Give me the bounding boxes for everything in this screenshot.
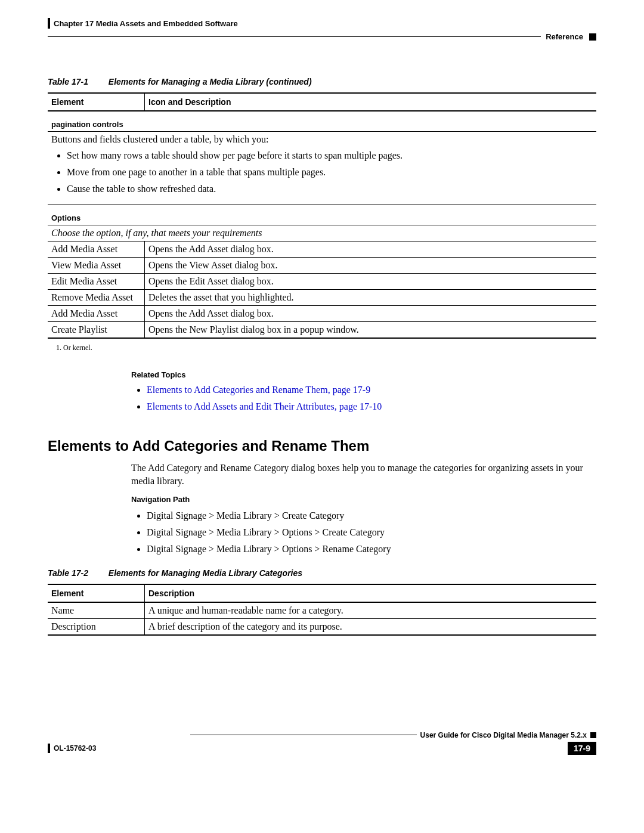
list-item: Elements to Add Assets and Edit Their At… bbox=[147, 400, 596, 414]
page-header: Chapter 17 Media Assets and Embedded Sof… bbox=[48, 18, 596, 29]
section-label: Reference bbox=[546, 32, 583, 41]
element-cell: Create Playlist bbox=[48, 322, 145, 339]
nav-path-list: Digital Signage > Media Library > Create… bbox=[131, 509, 596, 556]
page-footer: User Guide for Cisco Digital Media Manag… bbox=[48, 731, 596, 755]
table-row: Remove Media AssetDeletes the asset that… bbox=[48, 290, 596, 306]
section2-body: The Add Category and Rename Category dia… bbox=[131, 462, 596, 556]
element-cell: Name bbox=[48, 602, 145, 619]
table-row: Create PlaylistOpens the New Playlist di… bbox=[48, 322, 596, 339]
options-section-label: Options bbox=[48, 205, 596, 225]
footer-doc-id: OL-15762-03 bbox=[54, 744, 96, 753]
table1-header-element: Element bbox=[48, 93, 145, 111]
list-item: Cause the table to show refreshed data. bbox=[67, 182, 593, 196]
footer-line bbox=[190, 735, 417, 735]
table2-caption: Table 17-2 Elements for Managing Media L… bbox=[48, 568, 596, 578]
element-cell: Remove Media Asset bbox=[48, 290, 145, 306]
table2-header-element: Element bbox=[48, 584, 145, 602]
table-row: Add Media AssetOpens the Add Asset dialo… bbox=[48, 241, 596, 258]
footer-square-icon bbox=[590, 732, 596, 738]
pagination-list: Set how many rows a table should show pe… bbox=[51, 148, 593, 196]
element-cell: Add Media Asset bbox=[48, 241, 145, 258]
table1-header-desc: Icon and Description bbox=[145, 93, 597, 111]
table1-caption-label: Table 17-1 bbox=[48, 77, 88, 86]
footer-bottom: OL-15762-03 17-9 bbox=[48, 742, 596, 755]
footer-left: OL-15762-03 bbox=[48, 744, 96, 753]
chapter-title: Chapter 17 Media Assets and Embedded Sof… bbox=[54, 19, 238, 28]
desc-cell: Opens the Add Asset dialog box. bbox=[145, 306, 597, 322]
related-list: Elements to Add Categories and Rename Th… bbox=[131, 383, 596, 414]
table1-caption-title: Elements for Managing a Media Library (c… bbox=[109, 77, 312, 86]
table1-caption: Table 17-1 Elements for Managing a Media… bbox=[48, 77, 596, 86]
section2-intro: The Add Category and Rename Category dia… bbox=[131, 462, 596, 488]
related-label: Related Topics bbox=[131, 370, 596, 379]
desc-cell: A brief description of the category and … bbox=[145, 618, 597, 635]
table-row: View Media AssetOpens the View Asset dia… bbox=[48, 258, 596, 274]
list-item: Digital Signage > Media Library > Create… bbox=[147, 509, 596, 523]
related-link[interactable]: Elements to Add Assets and Edit Their At… bbox=[147, 401, 382, 411]
table-row: DescriptionA brief description of the ca… bbox=[48, 618, 596, 635]
element-cell: View Media Asset bbox=[48, 258, 145, 274]
desc-cell: A unique and human-readable name for a c… bbox=[145, 602, 597, 619]
desc-cell: Opens the Add Asset dialog box. bbox=[145, 241, 597, 258]
table2-caption-label: Table 17-2 bbox=[48, 568, 88, 578]
table2-caption-title: Elements for Managing Media Library Cate… bbox=[109, 568, 302, 578]
table1-footnote: 1. Or kernel. bbox=[48, 343, 596, 352]
table-row: Add Media AssetOpens the Add Asset dialo… bbox=[48, 306, 596, 322]
element-cell: Edit Media Asset bbox=[48, 274, 145, 290]
footer-rule-icon bbox=[48, 744, 50, 753]
header-square-icon bbox=[589, 33, 596, 41]
desc-cell: Deletes the asset that you highlighted. bbox=[145, 290, 597, 306]
desc-cell: Opens the Edit Asset dialog box. bbox=[145, 274, 597, 290]
pagination-desc: Buttons and fields clustered under a tab… bbox=[51, 134, 593, 145]
pagination-section-label: pagination controls bbox=[48, 111, 596, 132]
list-item: Move from one page to another in a table… bbox=[67, 165, 593, 179]
header-line bbox=[48, 36, 541, 37]
table2: Element Description NameA unique and hum… bbox=[48, 584, 596, 636]
table2-header-desc: Description bbox=[145, 584, 597, 602]
document-page: Chapter 17 Media Assets and Embedded Sof… bbox=[0, 0, 644, 779]
element-cell: Add Media Asset bbox=[48, 306, 145, 322]
element-cell: Description bbox=[48, 618, 145, 635]
related-topics: Related Topics Elements to Add Categorie… bbox=[131, 370, 596, 414]
header-rule-icon bbox=[48, 18, 50, 29]
footer-top: User Guide for Cisco Digital Media Manag… bbox=[48, 731, 596, 739]
related-link[interactable]: Elements to Add Categories and Rename Th… bbox=[147, 385, 370, 395]
page-subheader: Reference bbox=[48, 32, 596, 41]
table-row: Edit Media AssetOpens the Edit Asset dia… bbox=[48, 274, 596, 290]
section2-title: Elements to Add Categories and Rename Th… bbox=[48, 438, 596, 454]
list-item: Elements to Add Categories and Rename Th… bbox=[147, 383, 596, 397]
pagination-cell: Buttons and fields clustered under a tab… bbox=[48, 132, 596, 205]
table1: Element Icon and Description pagination … bbox=[48, 92, 596, 339]
desc-cell: Opens the View Asset dialog box. bbox=[145, 258, 597, 274]
table-row: NameA unique and human-readable name for… bbox=[48, 602, 596, 619]
list-item: Digital Signage > Media Library > Option… bbox=[147, 525, 596, 540]
nav-path-label: Navigation Path bbox=[131, 494, 596, 505]
footer-guide: User Guide for Cisco Digital Media Manag… bbox=[420, 731, 587, 739]
page-number: 17-9 bbox=[568, 742, 596, 755]
desc-cell: Opens the New Playlist dialog box in a p… bbox=[145, 322, 597, 339]
list-item: Set how many rows a table should show pe… bbox=[67, 148, 593, 163]
list-item: Digital Signage > Media Library > Option… bbox=[147, 542, 596, 556]
options-hint: Choose the option, if any, that meets yo… bbox=[48, 225, 596, 241]
